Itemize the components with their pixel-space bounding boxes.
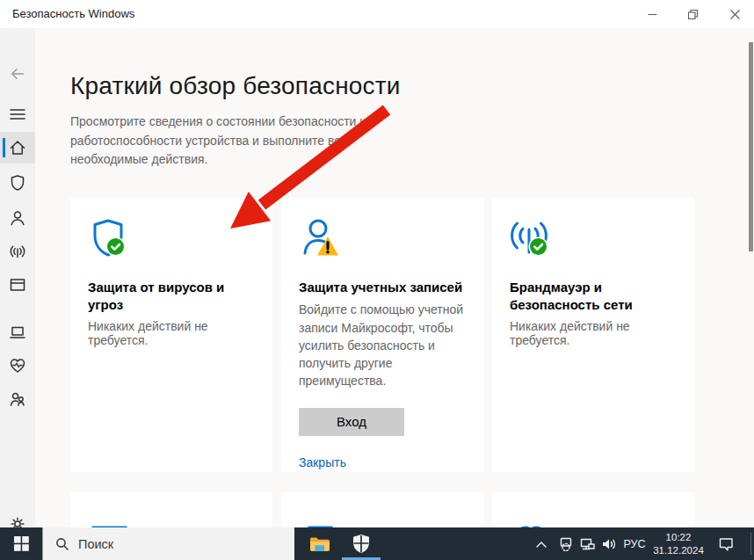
menu-button[interactable] [0,98,35,130]
card-description: Войдите с помощью учетной записи Майкрос… [299,301,473,389]
back-arrow-icon [9,65,26,83]
tray-network[interactable] [576,527,598,560]
person-warning-icon [299,217,341,259]
laptop-icon [9,324,26,341]
card-status: Никаких действий не требуется. [510,319,677,347]
taskbar: РУС 10:22 31.12.2024 [0,527,754,560]
network-icon [579,537,595,551]
window-title: Безопасность Windows [12,7,134,20]
vertical-scrollbar[interactable] [749,42,753,251]
minimize-button[interactable] [633,0,671,28]
sidebar-item-device-performance[interactable] [0,350,35,382]
taskbar-file-explorer[interactable] [304,527,336,560]
hamburger-icon [10,108,25,120]
shield-icon [9,174,26,192]
restore-icon [688,10,698,19]
shield-check-icon [88,217,130,259]
sidebar-item-account-protection[interactable] [0,202,35,234]
restore-button[interactable] [673,0,712,28]
windows-security-window: Безопасность Windows [0,0,754,560]
sidebar-item-firewall[interactable] [0,236,35,267]
family-icon [9,390,26,408]
clock-date: 31.12.2024 [653,544,704,557]
tray-clock[interactable]: 10:22 31.12.2024 [650,527,707,560]
home-icon [9,139,26,156]
card-firewall-network[interactable]: Брандмауэр и безопасность сети Никаких д… [492,198,694,472]
connect-device-icon [558,536,574,551]
close-icon [730,10,740,19]
search-input[interactable] [78,537,263,551]
file-explorer-icon [309,535,330,553]
back-button[interactable] [0,58,35,90]
language-label: РУС [623,538,645,550]
titlebar: Безопасность Windows [0,0,754,28]
sign-in-button[interactable]: Вход [299,408,404,436]
card-virus-threat-protection[interactable]: Защита от вирусов и угроз Никаких действ… [70,198,272,472]
speaker-icon [601,536,617,552]
sidebar [0,28,35,527]
tray-connect[interactable] [555,527,576,560]
page-title: Краткий обзор безопасности [70,72,401,100]
sidebar-item-app-browser-control[interactable] [0,269,35,301]
tray-volume[interactable] [598,527,620,560]
action-center-icon [718,536,734,551]
card-account-protection[interactable]: Защита учетных записей Войдите с помощью… [281,198,483,472]
tray-hidden-icons-chevron[interactable] [531,527,552,560]
radio-signal-icon [9,243,26,260]
sidebar-item-home[interactable] [0,132,35,164]
show-desktop-button[interactable] [750,533,751,555]
chevron-up-icon [535,539,547,549]
card-title: Защита учетных записей [299,279,466,296]
main-content: Краткий обзор безопасности Просмотрите с… [35,28,754,527]
clock-time: 10:22 [666,531,692,544]
sidebar-item-virus-protection[interactable] [0,167,35,199]
defender-shield-icon [352,534,371,554]
windows-logo-icon [14,536,29,551]
start-button[interactable] [0,527,42,560]
heart-pulse-icon [9,357,26,375]
sidebar-item-family-options[interactable] [0,383,35,415]
page-subtitle: Просмотрите сведения о состоянии безопас… [70,113,422,170]
search-icon [55,537,69,551]
taskbar-windows-security[interactable] [339,527,383,560]
tray-action-center[interactable] [708,527,743,560]
card-status: Никаких действий не требуется. [88,319,255,347]
app-window-icon [9,276,26,294]
taskbar-search[interactable] [42,527,294,560]
card-title: Защита от вирусов и угроз [88,279,255,315]
minimize-icon [648,10,657,19]
dismiss-link[interactable]: Закрыть [299,455,346,469]
sidebar-item-device-security[interactable] [0,316,35,348]
close-button[interactable] [715,0,754,28]
network-check-icon [510,217,552,259]
tray-language-indicator[interactable]: РУС [620,527,649,560]
card-title: Брандмауэр и безопасность сети [510,279,659,315]
person-icon [9,209,26,227]
